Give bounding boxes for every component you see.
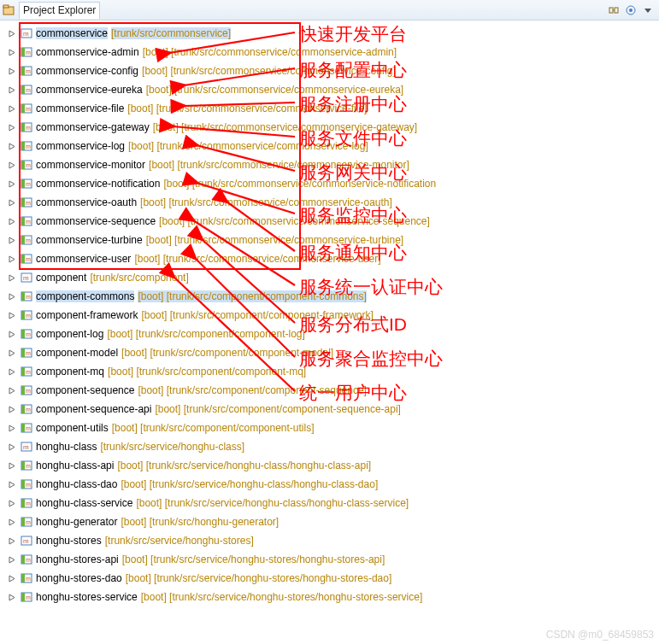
tree-item[interactable]: mcomponent-sequence[boot] [trunk/src/com… [3, 381, 659, 400]
tree-item[interactable]: mhonghu-generator[boot] [trunk/src/hongh… [3, 512, 659, 531]
expand-arrow-icon[interactable] [7, 329, 17, 339]
expand-arrow-icon[interactable] [7, 536, 17, 546]
expand-arrow-icon[interactable] [7, 103, 17, 114]
tree-item[interactable]: mcomponent[trunk/src/component] [3, 268, 659, 287]
svg-rect-16 [21, 85, 25, 94]
project-name: honghu-stores-service [36, 591, 138, 603]
project-path-label: [boot] [trunk/src/service/honghu-class/h… [121, 478, 378, 490]
project-name: commonservice-sequence [36, 215, 156, 227]
svg-rect-91 [21, 574, 25, 583]
tree-item[interactable]: mcomponent-sequence-api[boot] [trunk/src… [3, 400, 659, 419]
expand-arrow-icon[interactable] [7, 291, 17, 302]
expand-arrow-icon[interactable] [7, 592, 17, 602]
tree-item[interactable]: mcomponent-log[boot] [trunk/src/componen… [3, 325, 659, 343]
expand-arrow-icon[interactable] [7, 498, 17, 508]
tree-item[interactable]: mhonghu-stores-dao[boot] [trunk/src/serv… [3, 569, 659, 588]
expand-arrow-icon[interactable] [7, 366, 17, 377]
svg-text:m: m [26, 237, 31, 243]
project-path-label: [boot] [trunk/src/service/honghu-class/h… [136, 497, 409, 509]
spring-boot-project-icon: m [20, 139, 33, 153]
tree-item[interactable]: mhonghu-stores[trunk/src/service/honghu-… [3, 531, 659, 550]
svg-text:m: m [26, 313, 31, 319]
expand-arrow-icon[interactable] [7, 348, 17, 358]
expand-arrow-icon[interactable] [7, 573, 17, 583]
focus-task-button[interactable] [623, 3, 638, 18]
expand-arrow-icon[interactable] [7, 66, 17, 76]
project-path-label: [boot] [trunk/src/honghu-generator] [121, 516, 279, 528]
view-title[interactable]: Project Explorer [19, 2, 100, 19]
expand-arrow-icon[interactable] [7, 310, 17, 320]
tree-item[interactable]: mcommonservice-sequence[boot] [trunk/src… [3, 212, 659, 231]
spring-boot-project-icon: m [20, 45, 33, 59]
svg-rect-83 [21, 518, 25, 526]
expand-arrow-icon[interactable] [7, 554, 17, 565]
tree-item[interactable]: mcommonservice-gateway[boot] [trunk/src/… [3, 118, 659, 137]
tree-item[interactable]: mcommonservice-oauth[boot] [trunk/src/co… [3, 193, 659, 212]
tree-item[interactable]: mcomponent-commons[boot] [trunk/src/comp… [3, 287, 659, 306]
tree-item[interactable]: mhonghu-class-api[boot] [trunk/src/servi… [3, 456, 659, 475]
expand-arrow-icon[interactable] [7, 85, 17, 95]
tree-item[interactable]: mcomponent-model[boot] [trunk/src/compon… [3, 343, 659, 362]
tree-item[interactable]: mcommonservice-user[boot] [trunk/src/com… [3, 249, 659, 268]
expand-arrow-icon[interactable] [7, 235, 17, 245]
expand-arrow-icon[interactable] [7, 254, 17, 264]
expand-arrow-icon[interactable] [7, 28, 17, 38]
expand-arrow-icon[interactable] [7, 460, 17, 471]
expand-arrow-icon[interactable] [7, 160, 17, 170]
tree-item[interactable]: mhonghu-stores-api[boot] [trunk/src/serv… [3, 550, 659, 569]
tree-item[interactable]: mcommonservice-config[boot] [trunk/src/c… [3, 61, 659, 80]
link-with-editor-button[interactable] [606, 3, 621, 18]
tree-item[interactable]: mcommonservice-file[boot] [trunk/src/com… [3, 99, 659, 118]
expand-arrow-icon[interactable] [7, 122, 17, 132]
project-name: commonservice-log [36, 140, 125, 152]
svg-rect-31 [21, 179, 25, 188]
project-name: honghu-class-api [36, 460, 114, 471]
tree-item[interactable]: mcommonservice[trunk/src/commonservice] [3, 24, 659, 43]
tree-item[interactable]: mcommonservice-turbine[boot] [trunk/src/… [3, 231, 659, 249]
spring-boot-project-icon: m [20, 571, 33, 585]
tree-item[interactable]: mcomponent-mq[boot] [trunk/src/component… [3, 362, 659, 381]
expand-arrow-icon[interactable] [7, 141, 17, 151]
project-name: commonservice [36, 27, 108, 39]
tree-item[interactable]: mcommonservice-log[boot] [trunk/src/comm… [3, 137, 659, 155]
svg-text:m: m [23, 537, 29, 545]
tree-item[interactable]: mcommonservice-eureka[boot] [trunk/src/c… [3, 80, 659, 99]
project-path-label: [trunk/src/component] [90, 272, 188, 284]
tree-item[interactable]: mcommonservice-notification[boot] [trunk… [3, 174, 659, 193]
svg-rect-2 [609, 8, 613, 13]
expand-arrow-icon[interactable] [7, 385, 17, 395]
tree-item[interactable]: mhonghu-class-dao[boot] [trunk/src/servi… [3, 475, 659, 494]
svg-rect-51 [21, 311, 25, 319]
project-tree[interactable]: mcommonservice[trunk/src/commonservice]m… [0, 20, 659, 606]
expand-arrow-icon[interactable] [7, 216, 17, 226]
tree-item[interactable]: mhonghu-stores-service[boot] [trunk/src/… [3, 588, 659, 606]
spring-boot-project-icon: m [20, 459, 33, 472]
expand-arrow-icon[interactable] [7, 404, 17, 414]
expand-arrow-icon[interactable] [7, 442, 17, 452]
expand-arrow-icon[interactable] [7, 179, 17, 189]
expand-arrow-icon[interactable] [7, 197, 17, 208]
tree-item[interactable]: mcommonservice-monitor[boot] [trunk/src/… [3, 155, 659, 174]
spring-boot-project-icon: m [20, 177, 33, 190]
project-path-label: [boot] [trunk/src/commonservice/commonse… [142, 65, 396, 77]
svg-text:m: m [26, 425, 31, 431]
tree-item[interactable]: mhonghu-class-service[boot] [trunk/src/s… [3, 494, 659, 512]
svg-text:m: m [26, 68, 31, 74]
svg-rect-74 [21, 461, 25, 470]
project-path-label: [boot] [trunk/src/component/component-se… [155, 403, 401, 415]
tree-item[interactable]: mcommonservice-admin[boot] [trunk/src/co… [3, 43, 659, 61]
project-path-label: [boot] [trunk/src/component/component-fr… [141, 309, 373, 321]
spring-boot-project-icon: m [20, 214, 33, 228]
expand-arrow-icon[interactable] [7, 517, 17, 527]
view-menu-button[interactable] [640, 3, 656, 18]
project-path-label: [boot] [trunk/src/component/component-mq… [108, 366, 306, 378]
expand-arrow-icon[interactable] [7, 272, 17, 283]
expand-arrow-icon[interactable] [7, 423, 17, 433]
svg-text:m: m [26, 162, 31, 168]
expand-arrow-icon[interactable] [7, 479, 17, 489]
project-path-label: [boot] [trunk/src/service/honghu-stores/… [122, 553, 385, 565]
tree-item[interactable]: mcomponent-framework[boot] [trunk/src/co… [3, 306, 659, 325]
tree-item[interactable]: mhonghu-class[trunk/src/service/honghu-c… [3, 437, 659, 456]
tree-item[interactable]: mcomponent-utils[boot] [trunk/src/compon… [3, 419, 659, 437]
expand-arrow-icon[interactable] [7, 47, 17, 57]
